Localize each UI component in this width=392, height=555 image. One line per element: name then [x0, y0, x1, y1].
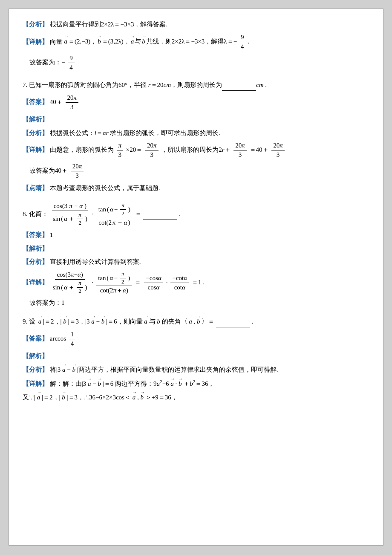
detail-label-1: 【详解】	[23, 38, 48, 45]
jiexi-7: 【解析】	[23, 114, 369, 125]
answer-label-9: 【答案】	[23, 335, 48, 342]
fenxi-label-9: 【分析】	[23, 366, 48, 373]
last-line-text2: |＝2，|	[42, 394, 61, 401]
answer-8: 【答案】 1	[23, 230, 369, 241]
q8-equals: ＝	[135, 209, 141, 220]
answer-text-7: 40＋	[50, 98, 63, 105]
frac-pi-2-sin: π 2	[77, 211, 83, 228]
dianling-7: 【点睛】 本题考查扇形的弧长公式，属于基础题.	[23, 183, 369, 194]
q9-vec-a2: a→	[144, 316, 147, 327]
jiexi-9: 【解析】	[23, 351, 369, 362]
detail9-vec-b2: b→	[179, 379, 182, 390]
q7-num: 7. 已知一扇形的弧所对的圆心角为60°，半径 r＝20cm，则扇形的周长为 c…	[23, 81, 267, 88]
detail-label-8: 【详解】	[23, 279, 48, 286]
last-line-text: 又∵|	[23, 394, 35, 401]
fenxi9-vec-b: b→	[72, 364, 75, 376]
q8-period: .	[179, 209, 181, 220]
last-line-text3: |＝3，∴36−6×2×3cos＜	[67, 394, 131, 401]
question-8: 8. 化简： cos(3π−α) sin(α＋ π 2 ) ·	[23, 202, 369, 228]
vec-a: a→	[64, 36, 68, 47]
q9-text4: |＝6，则向量	[106, 318, 143, 325]
answer-8b: 故答案为：1	[29, 298, 369, 309]
fenxi-text-7: 根据弧长公式：l＝αr 求出扇形的弧长，即可求出扇形的周长.	[50, 130, 220, 136]
analysis-text-1: 根据向量平行得到2×2λ＝−3×3，解得答案.	[50, 21, 167, 28]
q9-vec-b2: b→	[101, 316, 105, 327]
q8-second-frac: tan(α− π 2 ) cot(2π＋α)	[97, 202, 132, 228]
jiexi-label-9: 【解析】	[23, 353, 48, 359]
q8-main-frac: cos(3π−α) sin(α＋ π 2 )	[51, 202, 89, 228]
detail-block-1: 【详解】 向量 a→ ＝(2,−3)， b→ ＝(3,2λ)， a→ 与 b→ …	[23, 33, 369, 51]
answer-prefix-1: 故答案为：−	[29, 58, 65, 65]
analysis-label-1: 【分析】	[23, 21, 48, 28]
detail-text-7d: ＝40＋	[250, 146, 269, 153]
fenxi-7: 【分析】 根据弧长公式：l＝αr 求出扇形的弧长，即可求出扇形的周长.	[23, 128, 369, 139]
detail-9: 【详解】 解：解：由|3 a→ − b→ |＝6 两边平方得：9a2−6 a→ …	[23, 378, 369, 390]
last-vec-b2: b→	[140, 392, 144, 403]
detail-text-7b: ×20＝	[126, 146, 142, 153]
frac-1-4-ans9: 1 4	[69, 330, 76, 348]
fenxi9-vec-a: a→	[62, 364, 66, 376]
q7-blank	[222, 80, 256, 91]
last-vec-b: b→	[62, 392, 65, 403]
detail-text-9a: 解：解：由|3	[50, 380, 86, 387]
fenxi-text-9: 将|3	[50, 366, 61, 373]
q9-vec-b4: b→	[197, 316, 200, 327]
answer-9: 【答案】 arccos 1 4	[23, 330, 369, 348]
last-vec-a: a→	[37, 392, 40, 403]
q9-vec-a: a→	[38, 316, 42, 327]
detail-label-7: 【详解】	[23, 146, 48, 153]
q8-formula: cos(3π−α) sin(α＋ π 2 ) · tan(α− π	[50, 202, 181, 228]
fenxi-label-8: 【分析】	[23, 258, 48, 265]
frac-20pi-3-det: 20π 3	[145, 141, 159, 159]
detail-text-1: 向量	[50, 38, 63, 45]
q9-vec-b: b→	[63, 316, 66, 327]
q9-vec-a3: a→	[189, 316, 192, 327]
detail-7: 【详解】 由题意，扇形的弧长为 π 3 ×20＝ 20π 3 ，所以扇形的周长为…	[23, 141, 369, 159]
detail-text-7c: ，所以扇形的周长为2r＋	[161, 146, 231, 153]
detail-text-9b: |＝6 两边平方得：9a2−6	[103, 380, 169, 387]
detail8-main-frac: cos(3π−α) sin(α＋ π 2 )	[51, 270, 89, 295]
frac-pi-2-tan: π 2	[120, 202, 126, 218]
detail8-result-frac2: −cotα cotα	[170, 274, 189, 292]
vec-b2: b→	[142, 36, 145, 47]
frac-20pi-3-ans7b: 20π 3	[71, 162, 84, 180]
detail8-frac-pi2: π 2	[77, 280, 83, 295]
fenxi-text-8: 直接利用诱导公式计算得到答案.	[50, 258, 141, 265]
frac-20pi-3-det3: 20π 3	[271, 141, 285, 159]
fenxi-label-7: 【分析】	[23, 130, 48, 136]
frac-20pi-3-ans7: 20π 3	[66, 93, 79, 112]
last-line: 又∵| a→ |＝2，| b→ |＝3，∴36−6×2×3cos＜ a→ , b…	[23, 392, 369, 403]
dianling-label-7: 【点睛】	[23, 185, 48, 191]
detail8-formula: cos(3π−α) sin(α＋ π 2 ) · tan(α− π 2	[50, 270, 205, 295]
answer-label-7: 【答案】	[23, 98, 48, 105]
detail9-vec-b: b→	[98, 379, 101, 390]
q8-dot: ·	[92, 209, 94, 220]
q9-text5: 与	[149, 318, 156, 325]
vec-a2: a→	[131, 36, 134, 47]
q9-text: 9. 设|	[23, 318, 37, 325]
detail-label-9: 【详解】	[23, 380, 48, 387]
answer-7: 【答案】 40＋ 20π 3	[23, 93, 369, 112]
q9-text2: |＝2，|	[43, 318, 62, 325]
q8-blank	[143, 209, 177, 220]
q9-vec-b3: b→	[157, 316, 160, 327]
last-vec-a2: a→	[133, 392, 136, 403]
detail8-result-frac: −cosα cosα	[144, 274, 163, 292]
q9-vec-3a: a→	[91, 316, 95, 327]
answer8b-text: 故答案为：1	[29, 299, 65, 306]
detail8-second-frac: tan(α− π 2 ) cot(2π＋α)	[96, 270, 132, 295]
answer7b-text: 故答案为40＋	[29, 167, 68, 174]
q8-num: 8. 化简：	[23, 210, 48, 217]
frac-20pi-3-det2: 20π 3	[233, 141, 247, 159]
question-9: 9. 设| a→ |＝2，| b→ |＝3，|3 a→ − b→ |＝6，则向量…	[23, 316, 369, 328]
frac-9-4-detail: 9 4	[239, 33, 246, 51]
fenxi-9: 【分析】 将|3 a→ − b→ |两边平方，根据平面向量数量积的运算律求出夹角…	[23, 364, 369, 376]
question-7: 7. 已知一扇形的弧所对的圆心角为60°，半径 r＝20cm，则扇形的周长为 c…	[23, 80, 369, 91]
jiexi-label-8: 【解析】	[23, 245, 48, 252]
fenxi-text-9b: |两边平方，根据平面向量数量积的运算律求出夹角的余弦值，即可得解.	[77, 366, 278, 373]
q9-blank	[216, 316, 250, 328]
answer-7b: 故答案为40＋ 20π 3	[29, 162, 369, 180]
dianling-text-7: 本题考查扇形的弧长公式，属于基础题.	[50, 185, 160, 191]
answer-label-8: 【答案】	[23, 231, 48, 238]
q9-text6: 的夹角〈	[162, 318, 187, 325]
